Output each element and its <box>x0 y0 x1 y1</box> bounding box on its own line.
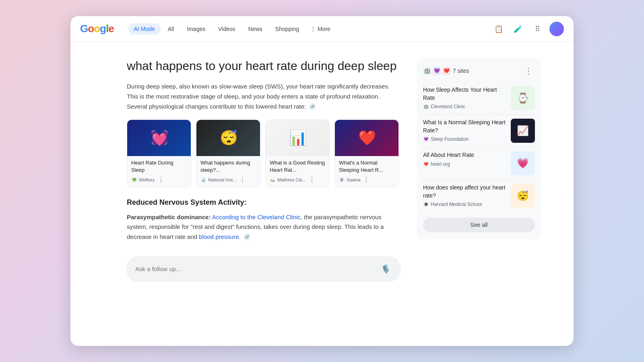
card-menu-2[interactable]: ⋮ <box>238 175 246 184</box>
source-title-3: All About Heart Rate <box>423 151 506 159</box>
save-icon: 📋 <box>494 25 503 33</box>
apps-icon-button[interactable]: ⠿ <box>530 22 545 36</box>
tab-videos[interactable]: Videos <box>213 23 241 35</box>
user-avatar[interactable] <box>549 22 564 36</box>
source-item[interactable]: How Sleep Affects Your Heart Rate 🏥 Clev… <box>423 82 535 115</box>
see-all-button[interactable]: See all <box>423 218 535 232</box>
labs-icon: 🧪 <box>514 25 522 33</box>
source-title-2: What Is a Normal Sleeping Heart Rate? <box>423 119 506 134</box>
more-label: More <box>318 26 330 32</box>
image-card[interactable]: 📊 What is a Good Resting Heart Rat... 🛏️… <box>265 119 330 187</box>
labs-icon-button[interactable]: 🧪 <box>511 22 525 36</box>
card-title-1: Heart Rate During Sleep <box>131 159 187 174</box>
image-card[interactable]: 😴 What happens during sleep?... 🔬 Nation… <box>196 119 260 187</box>
blood-pressure-link[interactable]: blood pressure <box>199 233 239 240</box>
google-logo: Google <box>80 23 114 35</box>
source-icon-1: 🏥 <box>423 67 431 75</box>
sources-count: 7 sites <box>453 68 469 74</box>
right-panel: 🏥 💜 ❤️ 7 sites ⋮ How Sleep Affects Your … <box>417 58 541 290</box>
source-info-3: All About Heart Rate ❤️ heart.org <box>423 151 506 167</box>
nav-tabs: AI Mode All Images Videos News Shopping … <box>128 23 482 35</box>
card-body-4: What's a Normal Sleeping Heart R... S Sa… <box>335 156 398 186</box>
card-menu-1[interactable]: ⋮ <box>157 175 165 184</box>
card-body-1: Heart Rate During Sleep 💚 Welltory ⋮ <box>127 156 191 186</box>
card-menu-4[interactable]: ⋮ <box>362 175 370 184</box>
query-title: what happens to your heart rate during d… <box>127 58 400 74</box>
body-text: Parasympathetic dominance: According to … <box>127 212 400 242</box>
citation-icon-2[interactable] <box>244 234 250 240</box>
header: Google AI Mode All Images Videos News Sh… <box>70 16 574 42</box>
card-title-4: What's a Normal Sleeping Heart R... <box>339 159 394 174</box>
card-source-4: S Saatva ⋮ <box>339 176 394 184</box>
follow-up-field[interactable] <box>135 265 374 272</box>
tab-ai-mode[interactable]: AI Mode <box>128 23 161 35</box>
left-panel: what happens to your heart rate during d… <box>127 58 400 290</box>
source-info-4: How does sleep affect your heart rate? 🎓… <box>423 184 506 207</box>
card-image-1: 💓 <box>127 120 191 156</box>
card-menu-3[interactable]: ⋮ <box>308 175 316 184</box>
browser-window: Google AI Mode All Images Videos News Sh… <box>70 16 574 346</box>
tab-shopping[interactable]: Shopping <box>270 23 305 35</box>
section-title: Reduced Nervous System Activity: <box>127 198 400 207</box>
card-source-icon-4: S <box>339 177 345 183</box>
microphone-icon: 🎙️ <box>381 264 391 274</box>
tab-all[interactable]: All <box>162 23 180 35</box>
source-title-1: How Sleep Affects Your Heart Rate <box>423 86 506 102</box>
source-site-icon-1: 🏥 <box>423 104 429 109</box>
source-thumb-4: 😴 <box>511 184 535 208</box>
card-image-3: 📊 <box>266 120 330 156</box>
card-body-2: What happens during sleep?... 🔬 National… <box>196 156 260 186</box>
card-source-3: 🛏️ Mattress Cla... ⋮ <box>270 176 325 184</box>
source-icon-2: 💜 <box>433 67 441 75</box>
card-image-4: ❤️ <box>335 120 399 156</box>
card-source-1: 💚 Welltory ⋮ <box>131 176 187 184</box>
source-site-3: ❤️ heart.org <box>423 161 506 167</box>
follow-up-input-area: 🎙️ <box>127 257 400 282</box>
source-item[interactable]: What Is a Normal Sleeping Heart Rate? 💜 … <box>423 115 535 147</box>
microphone-button[interactable]: 🎙️ <box>379 263 392 276</box>
tab-news[interactable]: News <box>243 23 268 35</box>
source-site-icon-3: ❤️ <box>423 161 429 167</box>
image-cards-row: 💓 Heart Rate During Sleep 💚 Welltory ⋮ <box>127 119 400 187</box>
image-card[interactable]: ❤️ What's a Normal Sleeping Heart R... S… <box>334 119 399 187</box>
card-image-2: 😴 <box>196 120 260 156</box>
sources-menu-button[interactable]: ⋮ <box>522 65 535 76</box>
citation-icon[interactable] <box>309 103 316 110</box>
follow-up-container: 🎙️ <box>127 257 400 282</box>
source-item[interactable]: How does sleep affect your heart rate? 🎓… <box>423 180 535 212</box>
source-site-icon-2: 💜 <box>423 136 429 142</box>
save-icon-button[interactable]: 📋 <box>491 22 506 36</box>
tab-images[interactable]: Images <box>181 23 211 35</box>
parasympathetic-label: Parasympathetic dominance: <box>127 214 211 220</box>
cleveland-clinic-link[interactable]: According to the Cleveland Clinic <box>212 214 301 220</box>
answer-intro: During deep sleep, also known as slow-wa… <box>127 82 400 111</box>
source-title-4: How does sleep affect your heart rate? <box>423 184 506 200</box>
source-thumb-1: ⌚ <box>511 86 535 110</box>
source-site-4: 🎓 Harvard Medical School <box>423 202 506 207</box>
source-thumb-3: 💗 <box>511 151 535 175</box>
card-body-3: What is a Good Resting Heart Rat... 🛏️ M… <box>266 156 329 186</box>
source-thumb-2: 📈 <box>511 119 535 143</box>
source-site-1: 🏥 Cleveland Clinic <box>423 104 506 109</box>
card-source-2: 🔬 National Inst... ⋮ <box>200 176 256 184</box>
sources-icons: 🏥 💜 ❤️ <box>423 67 450 75</box>
source-site-icon-4: 🎓 <box>423 202 429 207</box>
card-title-2: What happens during sleep?... <box>200 159 256 174</box>
source-icon-3: ❤️ <box>442 67 450 75</box>
card-source-icon-1: 💚 <box>131 177 137 183</box>
apps-grid-icon: ⠿ <box>535 25 540 33</box>
main-content: what happens to your heart rate during d… <box>70 42 574 306</box>
card-source-icon-2: 🔬 <box>200 177 206 183</box>
more-button[interactable]: ⋮ More <box>306 23 334 35</box>
dots-icon: ⋮ <box>310 26 316 32</box>
sources-card: 🏥 💜 ❤️ 7 sites ⋮ How Sleep Affects Your … <box>417 58 541 239</box>
sources-meta: 🏥 💜 ❤️ 7 sites <box>423 67 469 75</box>
card-source-icon-3: 🛏️ <box>270 177 275 183</box>
sources-header: 🏥 💜 ❤️ 7 sites ⋮ <box>423 65 535 76</box>
source-info-2: What Is a Normal Sleeping Heart Rate? 💜 … <box>423 119 506 142</box>
card-title-3: What is a Good Resting Heart Rat... <box>270 159 325 174</box>
source-item[interactable]: All About Heart Rate ❤️ heart.org 💗 <box>423 147 535 180</box>
image-card[interactable]: 💓 Heart Rate During Sleep 💚 Welltory ⋮ <box>127 119 191 187</box>
header-actions: 📋 🧪 ⠿ <box>491 22 564 36</box>
source-info-1: How Sleep Affects Your Heart Rate 🏥 Clev… <box>423 86 506 109</box>
